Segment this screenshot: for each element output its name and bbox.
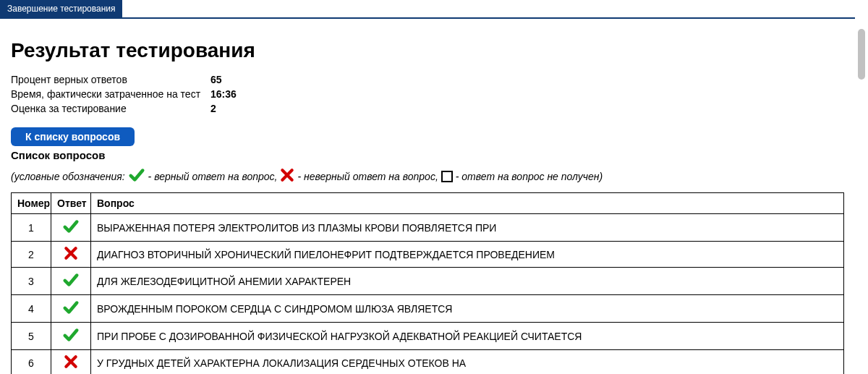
table-row: 4ВРОЖДЕННЫМ ПОРОКОМ СЕРДЦА С СИНДРОМОМ Ш… — [12, 295, 844, 323]
header-answer: Ответ — [51, 193, 91, 214]
row-answer-status — [51, 295, 91, 323]
row-number: 2 — [12, 242, 51, 268]
legend-correct-text: - верный ответ на вопрос, — [148, 171, 278, 182]
stats-label: Процент верных ответов — [11, 72, 206, 87]
empty-box-icon — [441, 171, 453, 182]
row-question: ДЛЯ ЖЕЛЕЗОДЕФИЦИТНОЙ АНЕМИИ ХАРАКТЕРЕН — [91, 268, 844, 295]
row-answer-status — [51, 350, 91, 375]
legend-prefix: (условные обозначения: — [11, 171, 125, 182]
stats-table: Процент верных ответов65Время, фактическ… — [11, 72, 237, 116]
questions-table: Номер Ответ Вопрос 1ВЫРАЖЕННАЯ ПОТЕРЯ ЭЛ… — [11, 192, 844, 374]
questions-section-title: Список вопросов — [11, 149, 844, 161]
row-question: ПРИ ПРОБЕ С ДОЗИРОВАННОЙ ФИЗИЧЕСКОЙ НАГР… — [91, 323, 844, 350]
row-answer-status — [51, 323, 91, 350]
cross-icon — [64, 246, 78, 263]
row-question: ВРОЖДЕННЫМ ПОРОКОМ СЕРДЦА С СИНДРОМОМ ШЛ… — [91, 295, 844, 323]
to-question-list-button[interactable]: К списку вопросов — [11, 127, 135, 146]
check-icon — [62, 272, 80, 290]
stats-row: Процент верных ответов65 — [11, 72, 237, 87]
legend-empty-text: - ответ на вопрос не получен) — [456, 171, 603, 182]
table-row: 1ВЫРАЖЕННАЯ ПОТЕРЯ ЭЛЕКТРОЛИТОВ ИЗ ПЛАЗМ… — [12, 214, 844, 242]
row-number: 4 — [12, 295, 51, 323]
stats-label: Оценка за тестирование — [11, 101, 206, 116]
cross-icon — [280, 168, 294, 184]
row-question: ВЫРАЖЕННАЯ ПОТЕРЯ ЭЛЕКТРОЛИТОВ ИЗ ПЛАЗМЫ… — [91, 214, 844, 242]
tab-bar: Завершение тестирования — [0, 0, 855, 19]
cross-icon — [64, 354, 78, 371]
header-number: Номер — [12, 193, 51, 214]
row-answer-status — [51, 214, 91, 242]
legend: (условные обозначения: - верный ответ на… — [11, 167, 844, 185]
check-icon — [62, 327, 80, 345]
tab-finish-testing[interactable]: Завершение тестирования — [0, 0, 122, 17]
header-question: Вопрос — [91, 193, 844, 214]
row-answer-status — [51, 268, 91, 295]
row-number: 3 — [12, 268, 51, 295]
stats-row: Время, фактически затраченное на тест16:… — [11, 87, 237, 101]
stats-row: Оценка за тестирование2 — [11, 101, 237, 116]
check-icon — [62, 218, 80, 237]
table-row: 6У ГРУДНЫХ ДЕТЕЙ ХАРАКТЕРНА ЛОКАЛИЗАЦИЯ … — [12, 350, 844, 375]
legend-wrong-text: - неверный ответ на вопрос, — [297, 171, 438, 182]
table-row: 5ПРИ ПРОБЕ С ДОЗИРОВАННОЙ ФИЗИЧЕСКОЙ НАГ… — [12, 323, 844, 350]
row-question: ДИАГНОЗ ВТОРИЧНЫЙ ХРОНИЧЕСКИЙ ПИЕЛОНЕФРИ… — [91, 242, 844, 268]
stats-value: 65 — [206, 72, 237, 87]
table-row: 2ДИАГНОЗ ВТОРИЧНЫЙ ХРОНИЧЕСКИЙ ПИЕЛОНЕФР… — [12, 242, 844, 268]
stats-value: 16:36 — [206, 87, 237, 101]
row-question: У ГРУДНЫХ ДЕТЕЙ ХАРАКТЕРНА ЛОКАЛИЗАЦИЯ С… — [91, 350, 844, 375]
page-title: Результат тестирования — [11, 39, 844, 62]
scrollbar-thumb[interactable] — [858, 29, 865, 80]
check-icon — [128, 167, 145, 185]
row-answer-status — [51, 242, 91, 268]
row-number: 5 — [12, 323, 51, 350]
row-number: 6 — [12, 350, 51, 375]
table-row: 3ДЛЯ ЖЕЛЕЗОДЕФИЦИТНОЙ АНЕМИИ ХАРАКТЕРЕН — [12, 268, 844, 295]
stats-label: Время, фактически затраченное на тест — [11, 87, 206, 101]
check-icon — [62, 299, 80, 318]
stats-value: 2 — [206, 101, 237, 116]
row-number: 1 — [12, 214, 51, 242]
